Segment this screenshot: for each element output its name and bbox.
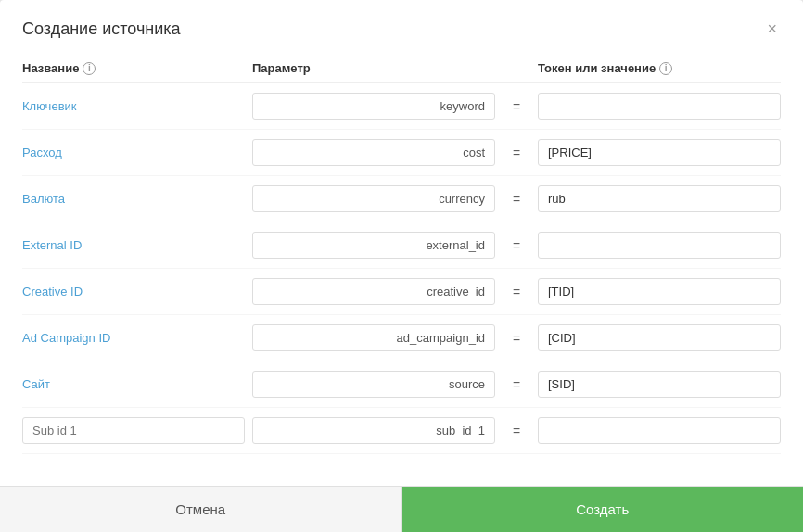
- header-token: Токен или значение i: [538, 61, 781, 75]
- table-row: Сайт =: [22, 361, 781, 408]
- modal-footer: Отмена Создать: [0, 486, 803, 532]
- equals-cost: =: [503, 146, 530, 160]
- table-row: Creative ID =: [22, 269, 781, 315]
- table-row: External ID =: [22, 222, 781, 269]
- param-input-cost[interactable]: [252, 139, 495, 166]
- param-input-external-id[interactable]: [252, 232, 495, 259]
- value-input-currency[interactable]: [538, 185, 781, 212]
- equals-external-id: =: [503, 238, 530, 253]
- value-input-sub-id-1[interactable]: [538, 417, 781, 444]
- equals-creative-id: =: [503, 285, 530, 299]
- param-input-ad-campaign[interactable]: [252, 324, 495, 351]
- value-input-ad-campaign[interactable]: [538, 324, 781, 351]
- modal-title: Создание источника: [22, 19, 181, 39]
- cancel-button[interactable]: Отмена: [0, 487, 402, 532]
- table-row: Ключевик =: [22, 83, 781, 130]
- table-row: Валюта =: [22, 176, 781, 222]
- value-input-site[interactable]: [538, 371, 781, 398]
- equals-keyword: =: [503, 99, 530, 114]
- value-input-keyword[interactable]: [538, 93, 781, 120]
- param-input-site[interactable]: [252, 371, 495, 398]
- create-source-modal: Создание источника × Название i Параметр…: [0, 0, 803, 532]
- table-header: Название i Параметр Токен или значение i: [22, 50, 781, 83]
- table-row: Расход =: [22, 130, 781, 176]
- header-name: Название i: [22, 61, 245, 75]
- row-label-currency: Валюта: [22, 192, 245, 206]
- value-input-external-id[interactable]: [538, 232, 781, 259]
- param-input-currency[interactable]: [252, 185, 495, 212]
- name-info-icon[interactable]: i: [83, 62, 96, 75]
- header-parameter: Параметр: [252, 61, 495, 75]
- param-input-sub-id-1[interactable]: [252, 417, 495, 444]
- table-row: =: [22, 408, 781, 454]
- value-input-cost[interactable]: [538, 139, 781, 166]
- close-button[interactable]: ×: [763, 17, 781, 41]
- row-label-keyword: Ключевик: [22, 99, 245, 113]
- row-label-ad-campaign: Ad Campaign ID: [22, 331, 245, 345]
- param-input-keyword[interactable]: [252, 93, 495, 120]
- create-button[interactable]: Создать: [402, 487, 804, 532]
- row-label-external-id: External ID: [22, 238, 245, 252]
- modal-body: Название i Параметр Токен или значение i…: [0, 50, 803, 486]
- equals-ad-campaign: =: [503, 331, 530, 346]
- row-label-creative-id: Creative ID: [22, 285, 245, 298]
- row-label-cost: Расход: [22, 146, 245, 159]
- value-input-creative-id[interactable]: [538, 278, 781, 305]
- row-label-site: Сайт: [22, 377, 245, 391]
- row-label-sub-id-1[interactable]: [22, 417, 245, 444]
- token-info-icon[interactable]: i: [659, 62, 672, 75]
- equals-site: =: [503, 377, 530, 392]
- equals-currency: =: [503, 192, 530, 207]
- modal-header: Создание источника ×: [0, 0, 803, 50]
- table-row: Ad Campaign ID =: [22, 315, 781, 361]
- equals-sub-id-1: =: [503, 424, 530, 438]
- param-input-creative-id[interactable]: [252, 278, 495, 305]
